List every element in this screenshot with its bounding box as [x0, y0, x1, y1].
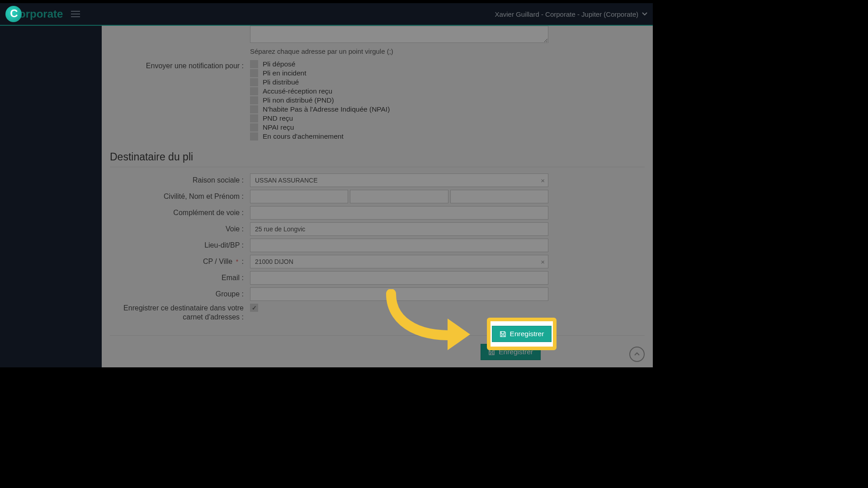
notification-option: Pli en incident: [250, 69, 548, 78]
checkbox[interactable]: [250, 105, 258, 113]
user-account-dropdown[interactable]: Xavier Guillard - Corporate - Jupiter (C…: [495, 10, 647, 18]
voie-input[interactable]: [250, 222, 548, 236]
divider: [110, 167, 645, 167]
save-button-label: Enregistrer: [499, 348, 533, 356]
recipient-section-title: Destinataire du pli: [110, 151, 645, 166]
save-button[interactable]: Enregistrer: [492, 326, 552, 342]
notification-option: Pli non distribué (PND): [250, 96, 548, 105]
save-button[interactable]: Enregistrer: [481, 344, 541, 360]
notification-option-label: Pli déposé: [263, 60, 295, 69]
notification-option-label: NPAI reçu: [263, 123, 294, 132]
groupe-input[interactable]: [250, 287, 548, 301]
prenom-input[interactable]: [450, 190, 548, 203]
complement-input[interactable]: [250, 206, 548, 220]
scroll-to-top-button[interactable]: [629, 347, 645, 362]
checkbox[interactable]: [250, 69, 258, 77]
save-button-label: Enregistrer: [510, 330, 544, 338]
notification-option-label: Pli distribué: [263, 78, 299, 87]
sidebar: [0, 26, 102, 367]
checkbox[interactable]: [250, 123, 258, 131]
save-icon: [500, 331, 506, 338]
checkbox[interactable]: [250, 132, 258, 141]
notification-option: PND reçu: [250, 114, 548, 123]
clear-icon[interactable]: ×: [541, 177, 545, 184]
notification-for-label: Envoyer une notification pour :: [110, 60, 250, 141]
cpville-input[interactable]: [250, 255, 548, 268]
notification-option-label: Accusé-réception reçu: [263, 87, 332, 96]
notification-option: Pli distribué: [250, 78, 548, 87]
checkbox[interactable]: [250, 78, 258, 86]
notification-options-list: Pli déposéPli en incidentPli distribuéAc…: [250, 60, 548, 141]
label-email: Email :: [110, 274, 250, 282]
logo-mark-icon: C: [5, 6, 22, 22]
notification-option: Accusé-réception reçu: [250, 87, 548, 96]
checkbox[interactable]: [250, 87, 258, 95]
label-cpville: CP / Ville * :: [110, 258, 250, 266]
notification-option: En cours d'acheminement: [250, 132, 548, 141]
chevron-down-icon: [642, 12, 647, 16]
notification-option: N'habite Pas à l'Adresse Indiquée (NPAI): [250, 105, 548, 114]
emails-hint: Séparez chaque adresse par un point virg…: [250, 47, 548, 55]
label-voie: Voie :: [110, 225, 250, 233]
label-complement: Complément de voie :: [110, 209, 250, 217]
hamburger-menu-icon[interactable]: [71, 11, 80, 17]
raison-sociale-input[interactable]: [250, 174, 548, 187]
main-content: Séparez chaque adresse par un point virg…: [102, 26, 653, 367]
label-civilite: Civilité, Nom et Prénom :: [110, 192, 250, 201]
civilite-input[interactable]: [250, 190, 348, 203]
brand-logo[interactable]: C orporate: [5, 6, 63, 22]
checkbox[interactable]: [250, 60, 258, 68]
notification-option: NPAI reçu: [250, 123, 548, 132]
email-input[interactable]: [250, 271, 548, 285]
notification-emails-textarea[interactable]: [250, 26, 548, 43]
brand-text: orporate: [19, 8, 63, 20]
user-account-label: Xavier Guillard - Corporate - Jupiter (C…: [495, 10, 638, 18]
label-raison-sociale: Raison sociale :: [110, 176, 250, 184]
checkbox[interactable]: [250, 114, 258, 122]
notification-option-label: Pli en incident: [263, 69, 307, 78]
save-contact-checkbox[interactable]: [250, 304, 258, 312]
notification-option-label: N'habite Pas à l'Adresse Indiquée (NPAI): [263, 105, 390, 114]
label-groupe: Groupe :: [110, 290, 250, 298]
notification-option-label: PND reçu: [263, 114, 293, 123]
checkbox[interactable]: [250, 96, 258, 104]
clear-icon[interactable]: ×: [541, 258, 545, 266]
notification-option-label: En cours d'acheminement: [263, 132, 344, 141]
label-lieudit: Lieu-dit/BP :: [110, 241, 250, 249]
notification-option-label: Pli non distribué (PND): [263, 96, 334, 105]
lieudit-input[interactable]: [250, 239, 548, 252]
top-navbar: C orporate Xavier Guillard - Corporate -…: [0, 3, 653, 26]
nom-input[interactable]: [350, 190, 448, 203]
notification-option: Pli déposé: [250, 60, 548, 69]
save-icon: [488, 349, 495, 356]
label-save-contact: Enregistrer ce destinataire dans votre c…: [110, 304, 250, 322]
